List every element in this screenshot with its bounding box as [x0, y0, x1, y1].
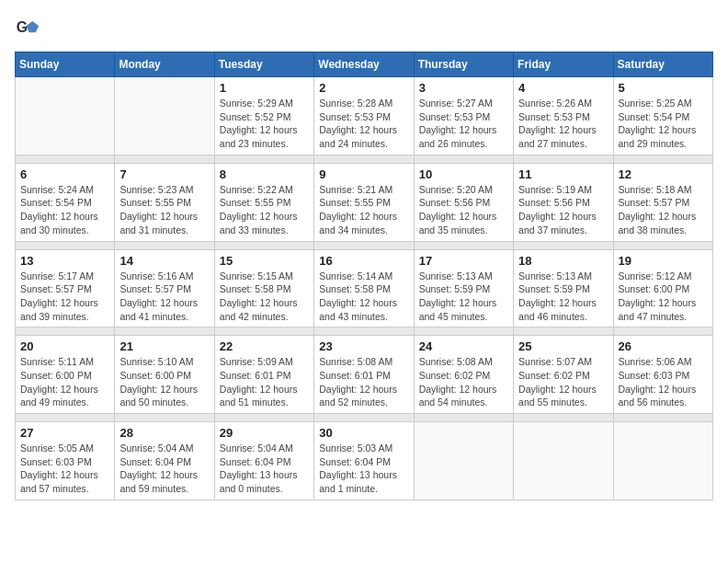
day-number: 24 [419, 339, 508, 353]
calendar-cell: 21Sunrise: 5:10 AM Sunset: 6:00 PM Dayli… [115, 336, 214, 414]
day-number: 7 [119, 167, 209, 181]
separator-cell [414, 414, 513, 422]
day-number: 21 [119, 339, 209, 353]
day-detail: Sunrise: 5:10 AM Sunset: 6:00 PM Dayligh… [119, 355, 209, 409]
calendar-cell: 20Sunrise: 5:11 AM Sunset: 6:00 PM Dayli… [16, 336, 115, 414]
calendar-cell: 18Sunrise: 5:13 AM Sunset: 5:59 PM Dayli… [514, 249, 613, 327]
calendar-cell: 15Sunrise: 5:15 AM Sunset: 5:58 PM Dayli… [214, 249, 313, 327]
calendar-cell: 27Sunrise: 5:05 AM Sunset: 6:03 PM Dayli… [16, 422, 115, 500]
separator-cell [613, 414, 712, 422]
day-detail: Sunrise: 5:07 AM Sunset: 6:02 PM Dayligh… [518, 355, 608, 409]
separator-cell [613, 155, 712, 163]
calendar-cell [16, 77, 115, 155]
day-number: 1 [220, 81, 309, 95]
calendar-cell: 13Sunrise: 5:17 AM Sunset: 5:57 PM Dayli… [16, 249, 115, 327]
calendar-cell [514, 422, 613, 500]
calendar-cell [613, 422, 712, 500]
day-detail: Sunrise: 5:25 AM Sunset: 5:54 PM Dayligh… [619, 97, 708, 151]
day-number: 10 [419, 167, 508, 181]
day-detail: Sunrise: 5:13 AM Sunset: 5:59 PM Dayligh… [518, 270, 608, 324]
day-detail: Sunrise: 5:20 AM Sunset: 5:56 PM Dayligh… [419, 183, 508, 237]
separator-cell [414, 327, 513, 336]
separator-cell [115, 155, 214, 163]
separator-cell [514, 327, 613, 336]
day-detail: Sunrise: 5:05 AM Sunset: 6:03 PM Dayligh… [20, 442, 109, 496]
day-detail: Sunrise: 5:06 AM Sunset: 6:03 PM Dayligh… [619, 355, 708, 409]
separator-cell [16, 414, 115, 422]
calendar-cell [115, 77, 214, 155]
day-number: 25 [518, 339, 608, 353]
calendar-cell: 29Sunrise: 5:04 AM Sunset: 6:04 PM Dayli… [214, 422, 313, 500]
separator-cell [514, 155, 613, 163]
calendar-table: SundayMondayTuesdayWednesdayThursdayFrid… [15, 52, 713, 500]
calendar-day-header: Wednesday [314, 52, 414, 77]
day-detail: Sunrise: 5:22 AM Sunset: 5:55 PM Dayligh… [220, 183, 309, 237]
logo-icon: G [15, 15, 40, 40]
day-detail: Sunrise: 5:11 AM Sunset: 6:00 PM Dayligh… [20, 355, 109, 409]
day-number: 18 [518, 254, 608, 268]
separator-cell [214, 155, 313, 163]
day-detail: Sunrise: 5:17 AM Sunset: 5:57 PM Dayligh… [20, 270, 109, 324]
separator-cell [514, 241, 613, 249]
calendar-cell: 1Sunrise: 5:29 AM Sunset: 5:52 PM Daylig… [214, 77, 313, 155]
day-detail: Sunrise: 5:03 AM Sunset: 6:04 PM Dayligh… [319, 442, 408, 496]
day-number: 8 [220, 167, 309, 181]
separator-cell [314, 155, 414, 163]
separator-cell [414, 241, 513, 249]
day-detail: Sunrise: 5:18 AM Sunset: 5:57 PM Dayligh… [619, 183, 708, 237]
calendar-cell: 30Sunrise: 5:03 AM Sunset: 6:04 PM Dayli… [314, 422, 414, 500]
calendar-cell: 22Sunrise: 5:09 AM Sunset: 6:01 PM Dayli… [214, 336, 313, 414]
week-separator [16, 241, 713, 249]
calendar-week-row: 6Sunrise: 5:24 AM Sunset: 5:54 PM Daylig… [16, 163, 713, 241]
day-number: 11 [518, 167, 608, 181]
day-detail: Sunrise: 5:29 AM Sunset: 5:52 PM Dayligh… [220, 97, 309, 151]
calendar-cell: 10Sunrise: 5:20 AM Sunset: 5:56 PM Dayli… [414, 163, 513, 241]
svg-text:G: G [17, 19, 28, 35]
separator-cell [214, 327, 313, 336]
separator-cell [16, 155, 115, 163]
separator-cell [16, 241, 115, 249]
calendar-body: 1Sunrise: 5:29 AM Sunset: 5:52 PM Daylig… [16, 77, 713, 500]
calendar-cell: 4Sunrise: 5:26 AM Sunset: 5:53 PM Daylig… [514, 77, 613, 155]
calendar-cell: 24Sunrise: 5:08 AM Sunset: 6:02 PM Dayli… [414, 336, 513, 414]
day-number: 22 [220, 339, 309, 353]
day-detail: Sunrise: 5:27 AM Sunset: 5:53 PM Dayligh… [419, 97, 508, 151]
day-number: 16 [319, 254, 408, 268]
separator-cell [16, 327, 115, 336]
calendar-cell: 28Sunrise: 5:04 AM Sunset: 6:04 PM Dayli… [115, 422, 214, 500]
week-separator [16, 414, 713, 422]
calendar-header-row: SundayMondayTuesdayWednesdayThursdayFrid… [16, 52, 713, 77]
separator-cell [214, 414, 313, 422]
day-number: 14 [119, 254, 209, 268]
day-detail: Sunrise: 5:13 AM Sunset: 5:59 PM Dayligh… [419, 270, 508, 324]
day-number: 5 [619, 81, 708, 95]
day-number: 20 [20, 339, 109, 353]
day-number: 9 [319, 167, 408, 181]
separator-cell [314, 327, 414, 336]
day-detail: Sunrise: 5:12 AM Sunset: 6:00 PM Dayligh… [619, 270, 708, 324]
calendar-cell: 11Sunrise: 5:19 AM Sunset: 5:56 PM Dayli… [514, 163, 613, 241]
calendar-cell: 23Sunrise: 5:08 AM Sunset: 6:01 PM Dayli… [314, 336, 414, 414]
separator-cell [214, 241, 313, 249]
day-number: 4 [518, 81, 608, 95]
day-detail: Sunrise: 5:08 AM Sunset: 6:01 PM Dayligh… [319, 355, 408, 409]
calendar-cell: 12Sunrise: 5:18 AM Sunset: 5:57 PM Dayli… [613, 163, 712, 241]
day-number: 29 [220, 426, 309, 440]
calendar-cell: 5Sunrise: 5:25 AM Sunset: 5:54 PM Daylig… [613, 77, 712, 155]
separator-cell [613, 241, 712, 249]
day-detail: Sunrise: 5:16 AM Sunset: 5:57 PM Dayligh… [119, 270, 209, 324]
day-detail: Sunrise: 5:15 AM Sunset: 5:58 PM Dayligh… [220, 270, 309, 324]
calendar-cell: 26Sunrise: 5:06 AM Sunset: 6:03 PM Dayli… [613, 336, 712, 414]
logo: G [15, 15, 44, 40]
separator-cell [115, 414, 214, 422]
day-number: 19 [619, 254, 708, 268]
day-number: 2 [319, 81, 408, 95]
day-detail: Sunrise: 5:09 AM Sunset: 6:01 PM Dayligh… [220, 355, 309, 409]
day-number: 27 [20, 426, 109, 440]
day-number: 28 [119, 426, 209, 440]
day-number: 3 [419, 81, 508, 95]
calendar-day-header: Monday [115, 52, 214, 77]
calendar-header: SundayMondayTuesdayWednesdayThursdayFrid… [16, 52, 713, 77]
day-detail: Sunrise: 5:08 AM Sunset: 6:02 PM Dayligh… [419, 355, 508, 409]
calendar-cell: 3Sunrise: 5:27 AM Sunset: 5:53 PM Daylig… [414, 77, 513, 155]
